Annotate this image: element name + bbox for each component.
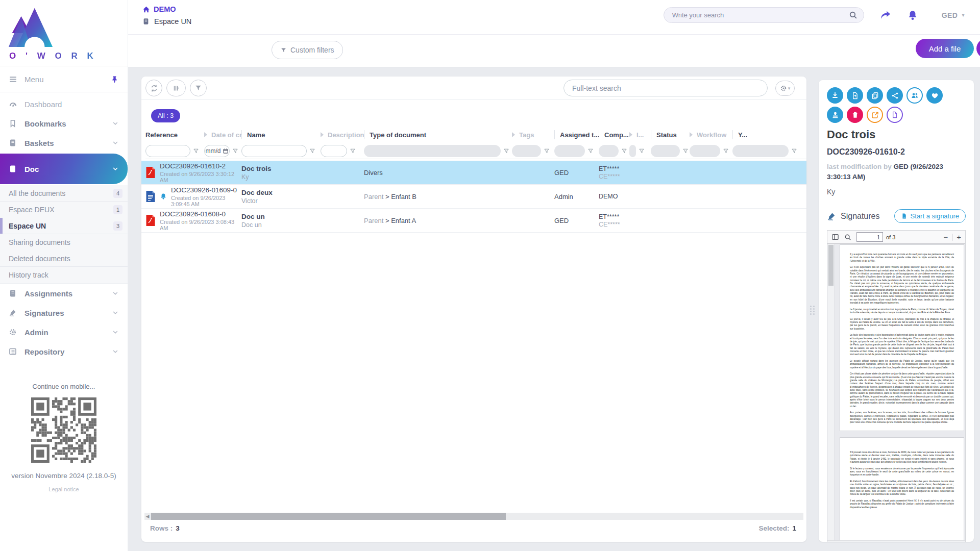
pdf-zoom-in-button[interactable]: + xyxy=(957,233,961,241)
fulltext-search[interactable] xyxy=(564,80,768,96)
column-header-y[interactable]: Y... xyxy=(732,127,806,143)
filter-text-input[interactable] xyxy=(321,145,347,157)
table-row[interactable]: DOC230926-01610-2 Created on 9/26/2023 3… xyxy=(141,161,806,185)
filter-funnel-icon[interactable] xyxy=(682,148,689,154)
sidebar-item-dashboard[interactable]: Dashboard xyxy=(0,94,128,114)
pdf-search-button[interactable] xyxy=(844,234,851,241)
column-header-date-of-cr[interactable]: Date of cr... xyxy=(204,127,241,143)
table-row[interactable]: DOC230926-01608-0 Created on 9/26/2023 3… xyxy=(141,209,806,233)
filter-funnel-icon[interactable] xyxy=(723,148,729,154)
create-from-template-button[interactable]: Create from a template xyxy=(976,39,980,58)
filter-date-input[interactable]: mm/d xyxy=(204,145,230,157)
column-header-type-of-document[interactable]: Type of document xyxy=(364,127,512,143)
trash-button[interactable] xyxy=(847,107,863,123)
filter-funnel-icon[interactable] xyxy=(639,148,645,154)
column-header-description[interactable]: Description xyxy=(321,127,364,143)
notifications-button[interactable] xyxy=(907,10,918,21)
column-header-assigned-t[interactable]: Assigned t... xyxy=(554,127,599,143)
columns-button[interactable] xyxy=(166,80,186,96)
filter-input-description[interactable] xyxy=(321,145,347,157)
add-file-button[interactable]: Add a file xyxy=(916,39,974,58)
filter-funnel-icon[interactable] xyxy=(621,148,627,154)
file-button[interactable] xyxy=(887,107,903,123)
search-icon[interactable] xyxy=(849,11,857,19)
user-menu[interactable]: GED ▾ xyxy=(942,11,965,19)
refresh-button[interactable] xyxy=(145,80,162,96)
filter-funnel-icon[interactable] xyxy=(193,148,199,154)
column-header-status[interactable]: Status xyxy=(651,127,690,143)
share-nodes-button[interactable] xyxy=(887,87,903,104)
global-search-input[interactable] xyxy=(672,11,849,19)
file-upload-button[interactable] xyxy=(847,87,863,104)
column-arrow-icon[interactable] xyxy=(512,132,515,137)
filter-funnel-icon[interactable] xyxy=(232,148,238,154)
pin-sidebar-icon[interactable] xyxy=(111,76,118,83)
legal-notice-link[interactable]: Legal notice xyxy=(0,486,128,492)
column-header-comp[interactable]: Comp... xyxy=(599,127,629,143)
menu-toggle[interactable]: Menu xyxy=(0,66,128,92)
fulltext-search-input[interactable] xyxy=(572,84,759,92)
breadcrumb-home[interactable]: DEMO xyxy=(142,5,191,13)
calendar-icon[interactable] xyxy=(223,148,229,154)
filter-funnel-icon[interactable] xyxy=(350,148,356,154)
sidebar-item-signatures[interactable]: Signatures xyxy=(0,303,128,322)
sidebar-item-bookmarks[interactable]: Bookmarks xyxy=(0,114,128,133)
column-header-reference[interactable]: Reference xyxy=(145,127,204,143)
pdf-vscroll-thumb[interactable] xyxy=(828,245,834,286)
filter-funnel-icon[interactable] xyxy=(309,148,315,154)
column-header-i[interactable]: I... xyxy=(629,127,651,143)
filter-text-input[interactable] xyxy=(242,145,306,157)
filter-funnel-icon[interactable] xyxy=(544,148,550,154)
start-signature-button[interactable]: Start a signature xyxy=(894,209,966,223)
table-row[interactable]: DOC230926-01609-0 Created on 9/26/2023 3… xyxy=(141,185,806,209)
sidebar-item-espace-deux[interactable]: Espace DEUX1 xyxy=(0,202,128,218)
filter-input-reference[interactable] xyxy=(145,145,190,157)
users-button[interactable] xyxy=(906,87,923,104)
sidebar-item-assignments[interactable]: Assignments xyxy=(0,284,128,303)
column-arrow-icon[interactable] xyxy=(629,132,632,137)
filter-button[interactable] xyxy=(190,80,207,96)
column-header-tags[interactable]: Tags xyxy=(512,127,554,143)
copy-button[interactable] xyxy=(867,87,883,104)
share-redirect-button[interactable] xyxy=(879,9,892,21)
table-horizontal-scrollbar[interactable]: ◀ xyxy=(144,513,803,520)
sidebar-item-doc[interactable]: Doc xyxy=(0,154,128,184)
column-arrow-icon[interactable] xyxy=(690,132,693,137)
column-arrow-icon[interactable] xyxy=(204,132,207,137)
scroll-left-arrow[interactable]: ◀ xyxy=(144,514,151,519)
heart-button[interactable] xyxy=(926,87,943,104)
sidebar-item-sharing-documents[interactable]: Sharing documents xyxy=(0,234,128,251)
column-arrow-icon[interactable] xyxy=(321,132,324,137)
filter-funnel-icon[interactable] xyxy=(791,148,797,154)
pdf-sidebar-toggle-button[interactable] xyxy=(831,233,839,241)
filter-input-name[interactable] xyxy=(241,145,307,157)
sidebar-item-admin[interactable]: Admin xyxy=(0,322,128,342)
breadcrumb-space[interactable]: Espace UN xyxy=(142,17,191,26)
pdf-page-input[interactable] xyxy=(856,232,883,242)
global-search[interactable] xyxy=(664,7,864,23)
sidebar-item-deleted-documents[interactable]: Deleted documents xyxy=(0,251,128,267)
pdf-vertical-scrollbar[interactable] xyxy=(827,244,835,540)
column-header-workflow[interactable]: Workflow xyxy=(690,127,732,143)
download-button[interactable] xyxy=(827,87,843,104)
sidebar-item-baskets[interactable]: Baskets xyxy=(0,133,128,153)
reference-cell: DOC230926-01609-0 Created on 9/26/2023 3… xyxy=(145,186,241,207)
panel-resize-handle[interactable] xyxy=(810,299,815,321)
sidebar-item-espace-un[interactable]: Espace UN3 xyxy=(0,218,128,234)
sidebar-item-all-the-documents[interactable]: All the documents4 xyxy=(0,185,128,202)
filter-funnel-icon[interactable] xyxy=(587,148,594,154)
sidebar-item-repository[interactable]: Repository xyxy=(0,342,128,361)
filter-tab-all[interactable]: All : 3 xyxy=(151,109,180,122)
custom-filters-button[interactable]: Custom filters xyxy=(272,41,343,59)
pdf-zoom-out-button[interactable]: − xyxy=(943,233,948,241)
filter-funnel-icon[interactable] xyxy=(503,148,509,154)
sidebar-item-history-track[interactable]: History track xyxy=(0,267,128,283)
external-link-button[interactable] xyxy=(867,107,883,123)
filter-cell-date-of-cr: mm/d xyxy=(204,143,241,159)
column-header-name[interactable]: Name xyxy=(241,127,321,143)
stamp-button[interactable] xyxy=(827,107,843,123)
filter-text-input[interactable] xyxy=(146,145,190,157)
table-settings-button[interactable]: ▾ xyxy=(775,81,795,96)
scrollbar-thumb[interactable] xyxy=(151,513,506,520)
pdf-horizontal-scrollbar[interactable]: ◄ ► xyxy=(827,540,965,542)
